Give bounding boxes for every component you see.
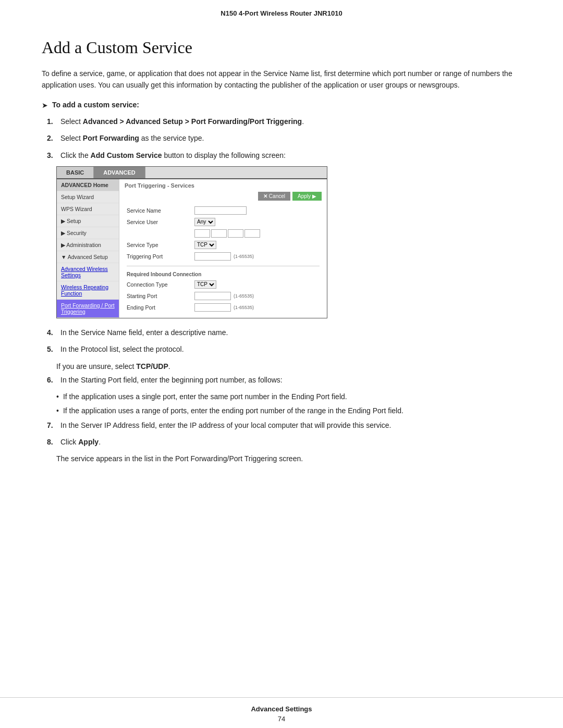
service-name-row: Service Name (125, 205, 322, 216)
step-3-bold: Add Custom Service (91, 151, 162, 159)
ip-row (125, 228, 322, 239)
ending-port-input[interactable] (194, 303, 231, 312)
sidebar-item-wps-wizard[interactable]: WPS Wizard (57, 203, 119, 215)
ip-octet-4[interactable] (244, 229, 260, 238)
ending-port-row: Ending Port (1-65535) (125, 302, 322, 313)
step-3: Click the Add Custom Service button to d… (47, 150, 521, 161)
footer-label: Advanced Settings (0, 705, 563, 713)
sidebar-item-port-forwarding[interactable]: Port Forwarding / Port Triggering (57, 300, 119, 318)
service-user-row: Service User Any (125, 216, 322, 228)
cancel-button[interactable]: ✕ Cancel (258, 192, 290, 201)
router-tabs: BASIC ADVANCED (57, 167, 327, 179)
step-6-text: In the Starting Port field, enter the be… (60, 374, 521, 386)
sidebar-item-advanced-wireless[interactable]: Advanced Wireless Settings (57, 263, 119, 281)
service-type-value-cell: TCP (192, 239, 322, 251)
sidebar-item-wireless-repeating[interactable]: Wireless Repeating Function (57, 281, 119, 300)
router-page-title: Port Triggering - Services (125, 182, 322, 189)
arrow-marker: ➤ (42, 101, 48, 109)
starting-port-input[interactable] (194, 292, 231, 300)
ending-port-value-cell: (1-65535) (192, 302, 322, 313)
tab-advanced[interactable]: ADVANCED (94, 167, 145, 178)
service-name-input[interactable] (194, 206, 247, 215)
connection-type-select[interactable]: TCP (194, 280, 216, 289)
sidebar-item-security[interactable]: ▶ Security (57, 227, 119, 239)
triggering-port-label: Triggering Port (125, 251, 192, 262)
sidebar-item-advanced-home[interactable]: ADVANCED Home (57, 179, 119, 191)
advanced-wireless-link[interactable]: Advanced Wireless Settings (61, 266, 108, 278)
ip-fields-cell (192, 228, 322, 239)
steps-list-3: In the Starting Port field, enter the be… (42, 374, 521, 386)
footer-page: 74 (0, 715, 563, 723)
section-divider (127, 266, 320, 266)
sidebar-item-setup[interactable]: ▶ Setup (57, 215, 119, 227)
cancel-x-icon: ✕ (263, 193, 267, 199)
step-1-text: Select Advanced > Advanced Setup > Port … (60, 116, 521, 127)
steps-list-4: In the Server IP Address field, enter th… (42, 419, 521, 448)
step-7-text: In the Server IP Address field, enter th… (60, 419, 521, 431)
divider-row (125, 262, 322, 270)
ip-octet-3[interactable] (228, 229, 243, 238)
router-sidebar: ADVANCED Home Setup Wizard WPS Wizard ▶ … (57, 179, 119, 318)
step-3-text: Click the Add Custom Service button to d… (60, 150, 521, 161)
step-2-bold: Port Forwarding (83, 134, 139, 142)
service-name-value-cell (192, 205, 322, 216)
step-8-after-text: The service appears in the list in the P… (56, 453, 521, 464)
step-7: In the Server IP Address field, enter th… (47, 419, 521, 431)
page-header: N150 4-Port Wireless Router JNR1010 (0, 0, 563, 22)
ending-port-label: Ending Port (125, 302, 192, 313)
step-1: Select Advanced > Advanced Setup > Port … (47, 116, 521, 127)
triggering-port-input[interactable] (194, 252, 231, 261)
triggering-port-value-cell: (1-65535) (192, 251, 322, 262)
service-user-select[interactable]: Any (194, 218, 215, 226)
service-type-label: Service Type (125, 239, 192, 251)
connection-type-value-cell: TCP (192, 279, 322, 290)
service-user-label: Service User (125, 216, 192, 228)
intro-text: To define a service, game, or applicatio… (42, 68, 521, 91)
sidebar-item-setup-wizard[interactable]: Setup Wizard (57, 191, 119, 203)
step-8-bold: Apply (78, 438, 99, 446)
page-content: Add a Custom Service To define a service… (0, 22, 563, 498)
step-5: In the Protocol list, select the protoco… (47, 343, 521, 355)
router-ui-screenshot: BASIC ADVANCED ADVANCED Home Setup Wizar… (56, 166, 327, 318)
steps-list-2: In the Service Name field, enter a descr… (42, 327, 521, 355)
port-forwarding-link[interactable]: Port Forwarding / Port Triggering (61, 302, 115, 315)
page-footer: Advanced Settings 74 (0, 697, 563, 728)
ip-fields (194, 229, 320, 238)
to-add-service-label: To add a custom service: (52, 101, 139, 109)
service-form-table: Service Name Service User Any (125, 205, 322, 313)
triggering-port-row: Triggering Port (1-65535) (125, 251, 322, 262)
starting-port-value-cell: (1-65535) (192, 290, 322, 302)
starting-port-row-inner: (1-65535) (194, 292, 320, 300)
apply-button[interactable]: Apply ▶ (292, 192, 322, 201)
sidebar-item-advanced-setup[interactable]: ▼ Advanced Setup (57, 251, 119, 263)
starting-port-range: (1-65535) (234, 293, 254, 299)
step-4: In the Service Name field, enter a descr… (47, 327, 521, 338)
bullet-2: If the application uses a range of ports… (56, 405, 521, 416)
wireless-repeating-link[interactable]: Wireless Repeating Function (61, 284, 108, 297)
step-5-text: In the Protocol list, select the protoco… (60, 343, 521, 355)
bullet-1: If the application uses a single port, e… (56, 391, 521, 402)
starting-port-row: Starting Port (1-65535) (125, 290, 322, 302)
ending-port-range: (1-65535) (234, 305, 254, 310)
step-1-bold: Advanced > Advanced Setup > Port Forward… (83, 117, 302, 126)
step-8: Click Apply. (47, 436, 521, 448)
router-toolbar: ✕ Cancel Apply ▶ (125, 192, 322, 201)
triggering-port-row-inner: (1-65535) (194, 252, 320, 261)
ip-octet-2[interactable] (211, 229, 227, 238)
step-5-sub-text: If you are unsure, select TCP/UDP. (56, 361, 521, 372)
step-6: In the Starting Port field, enter the be… (47, 374, 521, 386)
required-inbound-label: Required Inbound Connection (125, 270, 322, 279)
step-2: Select Port Forwarding as the service ty… (47, 132, 521, 144)
router-main-panel: Port Triggering - Services ✕ Cancel Appl… (119, 179, 327, 318)
step-4-text: In the Service Name field, enter a descr… (60, 327, 521, 338)
step-2-text: Select Port Forwarding as the service ty… (60, 132, 521, 144)
sidebar-item-administration[interactable]: ▶ Administration (57, 239, 119, 251)
step-6-bullets: If the application uses a single port, e… (56, 391, 521, 416)
service-type-row: Service Type TCP (125, 239, 322, 251)
service-type-select[interactable]: TCP (194, 241, 216, 249)
step-8-text: Click Apply. (60, 436, 521, 448)
required-inbound-row: Required Inbound Connection (125, 270, 322, 279)
starting-port-label: Starting Port (125, 290, 192, 302)
ip-octet-1[interactable] (194, 229, 210, 238)
tab-basic[interactable]: BASIC (57, 167, 94, 178)
